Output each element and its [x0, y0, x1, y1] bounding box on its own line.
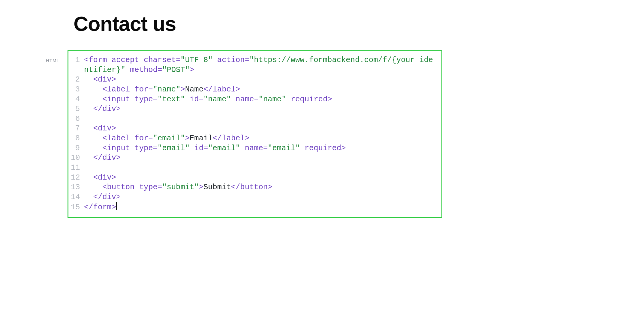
code-line: 8 <label for="email">Email</label>: [71, 134, 437, 144]
line-number: 1: [71, 55, 84, 65]
code-line: 12 <div>: [71, 173, 437, 183]
code-content: </div>: [84, 104, 437, 114]
code-content: </div>: [84, 192, 437, 202]
line-number: 6: [71, 114, 84, 124]
code-line: 4 <input type="text" id="name" name="nam…: [71, 95, 437, 105]
code-content: <label for="email">Email</label>: [84, 134, 437, 144]
line-number: 7: [71, 124, 84, 134]
code-line: 11: [71, 163, 437, 173]
language-label: HTML: [46, 58, 59, 63]
code-line: 15</form>: [71, 202, 437, 212]
text-cursor: [116, 202, 117, 210]
code-line: 10 </div>: [71, 153, 437, 163]
code-line: 9 <input type="email" id="email" name="e…: [71, 144, 437, 154]
code-block[interactable]: 1<form accept-charset="UTF-8" action="ht…: [68, 50, 442, 218]
line-number: 3: [71, 85, 84, 95]
code-content: <button type="submit">Submit</button>: [84, 183, 437, 192]
page: Contact us HTML 1<form accept-charset="U…: [0, 0, 644, 236]
code-line: 5 </div>: [71, 104, 437, 114]
code-line: 6: [71, 114, 437, 124]
code-line: 14 </div>: [71, 192, 437, 202]
page-title: Contact us: [74, 12, 644, 35]
line-number: 14: [71, 192, 84, 202]
code-line: 7 <div>: [71, 124, 437, 134]
code-content: <input type="text" id="name" name="name"…: [84, 95, 437, 105]
code-content: <form accept-charset="UTF-8" action="htt…: [84, 55, 437, 75]
line-number: 13: [71, 183, 84, 192]
line-number: 12: [71, 173, 84, 183]
code-content: <div>: [84, 75, 437, 85]
code-line: 2 <div>: [71, 75, 437, 85]
line-number: 10: [71, 153, 84, 163]
line-number: 9: [71, 144, 84, 154]
code-line: 13 <button type="submit">Submit</button>: [71, 183, 437, 192]
line-number: 11: [71, 163, 84, 173]
code-content: <div>: [84, 173, 437, 183]
code-line: 1<form accept-charset="UTF-8" action="ht…: [71, 55, 437, 75]
line-number: 15: [71, 203, 84, 213]
line-number: 8: [71, 134, 84, 144]
code-line: 3 <label for="name">Name</label>: [71, 85, 437, 95]
line-number: 2: [71, 75, 84, 85]
line-number: 4: [71, 95, 84, 105]
code-content: <div>: [84, 124, 437, 134]
code-content: <input type="email" id="email" name="ema…: [84, 144, 437, 154]
code-content: </form>: [84, 202, 437, 212]
code-content: </div>: [84, 153, 437, 163]
code-content: <label for="name">Name</label>: [84, 85, 437, 95]
line-number: 5: [71, 104, 84, 114]
code-block-wrapper: HTML 1<form accept-charset="UTF-8" actio…: [68, 50, 442, 218]
